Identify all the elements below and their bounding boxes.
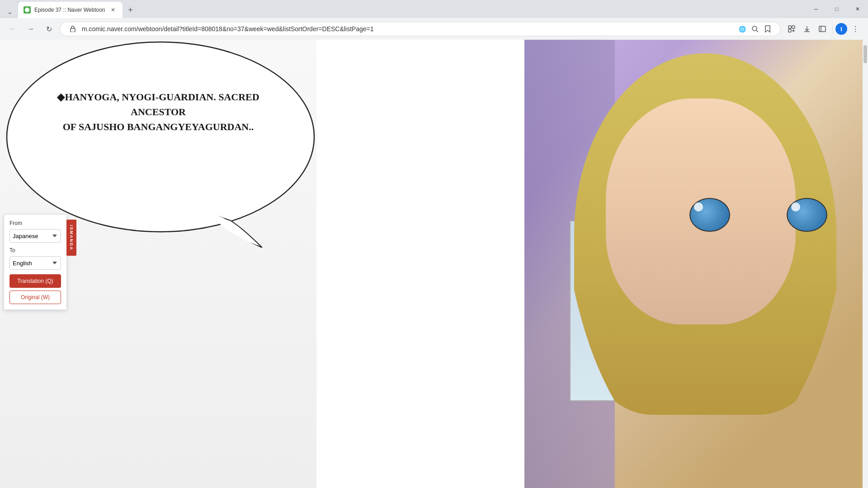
from-label: From [9, 220, 61, 226]
browser-frame: ⌄ Episode 37 :: Naver Webtoon ✕ + ─ □ ✕ … [0, 0, 868, 488]
address-icons: 🌐 [737, 23, 773, 34]
tab-list-button[interactable]: ⌄ [4, 5, 16, 18]
svg-text:🌐: 🌐 [739, 25, 746, 33]
toolbar-icons: I ⋮ [784, 22, 863, 36]
to-label: To [9, 247, 61, 253]
bubble-line1: ◆HANYOGA, NYOGI-GUARDIAN. SACRED ANCESTO… [57, 91, 259, 117]
active-tab[interactable]: Episode 37 :: Naver Webtoon ✕ [18, 2, 123, 18]
address-input[interactable]: m.comic.naver.com/webtoon/detail?titleId… [60, 22, 781, 36]
url-text: m.comic.naver.com/webtoon/detail?titleId… [82, 25, 733, 33]
maximize-button[interactable]: □ [826, 2, 847, 16]
extensions-button[interactable] [784, 22, 799, 36]
eye-left [689, 198, 730, 232]
new-tab-button[interactable]: + [124, 4, 137, 16]
minimize-button[interactable]: ─ [806, 2, 826, 16]
back-button[interactable]: ← [5, 22, 20, 36]
close-button[interactable]: ✕ [847, 2, 868, 16]
translate-icon[interactable]: 🌐 [737, 23, 748, 34]
svg-line-3 [756, 30, 758, 32]
character-area [524, 40, 868, 488]
comic-viewer: ◆HANYOGA, NYOGI-GUARDIAN. SACRED ANCESTO… [0, 40, 868, 488]
svg-rect-4 [788, 26, 791, 28]
forward-button[interactable]: → [24, 22, 38, 36]
translation-button[interactable]: Translation (Q) [9, 274, 61, 288]
tab-bar-left: ⌄ [4, 5, 16, 18]
bookmark-icon[interactable] [762, 23, 773, 34]
svg-point-2 [752, 26, 757, 31]
svg-rect-6 [788, 29, 791, 32]
zoom-icon[interactable] [750, 23, 760, 34]
scrollbar-thumb[interactable] [863, 45, 867, 63]
address-bar: ← → ↻ m.comic.naver.com/webtoon/detail?t… [0, 18, 868, 40]
character-illustration [547, 62, 863, 469]
toolbar-separator [832, 24, 833, 33]
svg-rect-8 [819, 26, 826, 32]
security-icon [67, 23, 78, 34]
face [606, 99, 796, 324]
window-controls: ─ □ ✕ [806, 2, 868, 16]
to-language-select[interactable]: English Korean Japanese Chinese [9, 256, 61, 270]
svg-rect-5 [792, 26, 795, 28]
profile-button[interactable]: I [835, 23, 847, 35]
tab-favicon [24, 6, 31, 14]
bubble-line2: OF SAJUSHO BANGANGYEYAGURDAN.. [63, 121, 254, 132]
bubble-text: ◆HANYOGA, NYOGI-GUARDIAN. SACRED ANCESTO… [45, 89, 271, 134]
tab-bar: ⌄ Episode 37 :: Naver Webtoon ✕ + ─ □ ✕ [0, 0, 868, 18]
favicon-inner [25, 8, 29, 12]
svg-point-10 [7, 42, 314, 232]
original-button[interactable]: Original (W) [9, 291, 61, 304]
download-button[interactable] [800, 22, 814, 36]
reload-button[interactable]: ↻ [42, 22, 56, 36]
from-language-select[interactable]: Japanese Korean Chinese Auto [9, 229, 61, 243]
content-area: ◆HANYOGA, NYOGI-GUARDIAN. SACRED ANCESTO… [0, 40, 868, 488]
scrollbar[interactable] [863, 40, 868, 488]
more-button[interactable]: ⋮ [848, 22, 863, 36]
svg-rect-0 [71, 28, 75, 32]
tab-title: Episode 37 :: Naver Webtoon [34, 7, 105, 13]
ismanga-badge[interactable]: ISMANGA [66, 220, 76, 256]
eye-right [787, 198, 827, 232]
sidebar-button[interactable] [815, 22, 830, 36]
translation-panel: From Japanese Korean Chinese Auto To Eng… [4, 214, 67, 310]
tab-close-button[interactable]: ✕ [109, 6, 117, 14]
